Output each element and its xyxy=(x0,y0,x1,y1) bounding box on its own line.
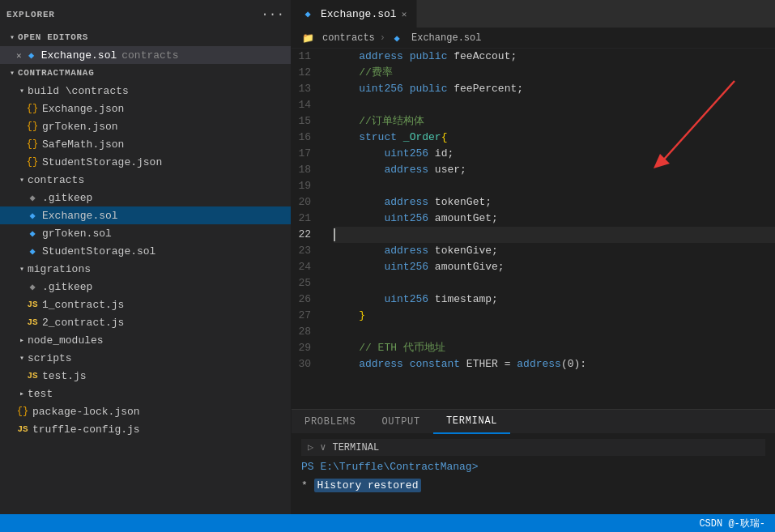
breadcrumb-contracts[interactable]: contracts xyxy=(322,32,375,44)
open-editors-chevron xyxy=(6,32,18,43)
studentstorage-json-label: StudentStorage.json xyxy=(42,156,162,168)
code-line-21: uint256 amountGet; xyxy=(334,211,775,227)
close-icon[interactable]: ✕ xyxy=(16,50,22,61)
line-numbers: 11 12 13 14 15 16 17 18 19 20 21 22 23 2… xyxy=(292,49,327,409)
terminal-history-line: * History restored xyxy=(301,478,765,493)
ln-18: 18 xyxy=(292,162,319,178)
terminal-section-header: ▷ ∨ TERMINAL xyxy=(301,439,765,456)
migrations-folder[interactable]: migrations xyxy=(0,260,291,278)
js-icon-truffle: JS xyxy=(16,423,29,436)
explorer-header: EXPLORER ··· xyxy=(0,0,291,28)
studentstorage-sol-file[interactable]: ◆ StudentStorage.sol xyxy=(0,242,291,260)
exchange-sol-label: Exchange.sol xyxy=(42,210,118,222)
sol-icon: ◆ xyxy=(26,209,39,222)
breadcrumb-file[interactable]: Exchange.sol xyxy=(411,32,481,44)
breadcrumb-sol-icon: ◆ xyxy=(390,32,403,45)
gitkeep-1-file[interactable]: ◆ .gitkeep xyxy=(0,189,291,206)
terminal-history-text: History restored xyxy=(314,479,422,492)
ln-29: 29 xyxy=(292,340,319,356)
1-contract-js-label: 1_contract.js xyxy=(42,299,124,311)
ln-23: 23 xyxy=(292,243,319,259)
grtoken-json-label: grToken.json xyxy=(42,121,118,133)
ln-15: 15 xyxy=(292,113,319,130)
code-line-11: address public feeAccout; xyxy=(334,49,775,65)
tab-bar: ◆ Exchange.sol ✕ xyxy=(292,0,775,28)
tab-close-icon[interactable]: ✕ xyxy=(402,9,407,19)
grtoken-json-file[interactable]: {} grToken.json xyxy=(0,117,291,135)
open-editors-title: OPEN EDITORS xyxy=(18,32,88,42)
code-line-18: address user; xyxy=(334,162,775,178)
scripts-folder[interactable]: scripts xyxy=(0,349,291,367)
build-contracts-folder[interactable]: build \contracts xyxy=(0,82,291,100)
open-editor-file[interactable]: ✕ ◆ Exchange.sol contracts xyxy=(0,46,291,64)
code-line-13: uint256 public feePercent; xyxy=(334,81,775,97)
explorer-title: EXPLORER xyxy=(6,10,55,19)
ln-14: 14 xyxy=(292,97,319,113)
breadcrumb-sep: › xyxy=(380,32,385,44)
code-line-17: uint256 id; xyxy=(334,146,775,162)
contractmanag-section[interactable]: CONTRACTMANAG xyxy=(0,64,291,82)
gitkeep-2-file[interactable]: ◆ .gitkeep xyxy=(0,278,291,296)
js-icon-1: JS xyxy=(26,298,39,311)
grtoken-sol-file[interactable]: ◆ grToken.sol xyxy=(0,224,291,242)
open-file-context: contracts xyxy=(121,49,178,62)
open-file-name: Exchange.sol xyxy=(41,49,117,62)
json-icon: {} xyxy=(26,155,39,168)
code-view[interactable]: 11 12 13 14 15 16 17 18 19 20 21 22 23 2… xyxy=(292,49,775,409)
tab-sol-icon: ◆ xyxy=(301,7,314,20)
exchange-json-file[interactable]: {} Exchange.json xyxy=(0,100,291,117)
test-js-file[interactable]: JS test.js xyxy=(0,367,291,385)
code-line-25 xyxy=(334,275,775,292)
safemath-json-file[interactable]: {} SafeMath.json xyxy=(0,135,291,153)
2-contract-js-label: 2_contract.js xyxy=(42,317,124,329)
status-bar: CSDN @-耿瑞- xyxy=(0,514,775,532)
truffle-config-file[interactable]: JS truffle-config.js xyxy=(0,420,291,438)
exchange-sol-file[interactable]: ◆ Exchange.sol xyxy=(0,206,291,224)
code-line-19 xyxy=(334,178,775,194)
node-modules-folder[interactable]: node_modules xyxy=(0,331,291,349)
tab-exchange-sol[interactable]: ◆ Exchange.sol ✕ xyxy=(292,0,417,28)
test-folder[interactable]: test xyxy=(0,385,291,402)
code-line-12: //费率 xyxy=(334,65,775,81)
code-line-20: address tokenGet; xyxy=(334,194,775,211)
node-modules-chevron xyxy=(16,334,28,346)
open-editors-section[interactable]: OPEN EDITORS xyxy=(0,28,291,46)
code-line-22 xyxy=(334,227,775,243)
scripts-folder-label: scripts xyxy=(28,352,72,364)
studentstorage-json-file[interactable]: {} StudentStorage.json xyxy=(0,153,291,171)
tab-output[interactable]: OUTPUT xyxy=(368,410,433,434)
ln-11: 11 xyxy=(292,49,319,65)
1-contract-js-file[interactable]: JS 1_contract.js xyxy=(0,296,291,313)
json-icon: {} xyxy=(26,120,39,133)
tab-problems[interactable]: PROBLEMS xyxy=(292,410,368,434)
js-icon-3: JS xyxy=(26,369,39,382)
ln-16: 16 xyxy=(292,130,319,146)
gitkeep-2-label: .gitkeep xyxy=(42,281,92,293)
terminal-section-label: TERMINAL xyxy=(332,442,379,453)
code-lines: address public feeAccout; //费率 uint256 p… xyxy=(327,49,775,409)
explorer-more-icon[interactable]: ··· xyxy=(261,7,284,22)
2-contract-js-file[interactable]: JS 2_contract.js xyxy=(0,313,291,331)
build-contracts-chevron xyxy=(16,85,28,96)
ln-17: 17 xyxy=(292,146,319,162)
sol-icon: ◆ xyxy=(25,49,38,62)
code-line-26: uint256 timestamp; xyxy=(334,292,775,308)
safemath-json-label: SafeMath.json xyxy=(42,138,124,151)
tab-terminal[interactable]: TERMINAL xyxy=(433,410,510,434)
ln-24: 24 xyxy=(292,259,319,275)
json-icon-pkg: {} xyxy=(16,405,29,418)
status-right-text: CSDN @-耿瑞- xyxy=(699,517,765,530)
ln-25: 25 xyxy=(292,275,319,292)
migrations-chevron xyxy=(16,263,28,275)
app-container: EXPLORER ··· OPEN EDITORS ✕ ◆ Exchange.s… xyxy=(0,0,775,532)
contractmanag-title: CONTRACTMANAG xyxy=(18,68,94,78)
contracts-chevron xyxy=(16,174,28,185)
package-lock-file[interactable]: {} package-lock.json xyxy=(0,402,291,420)
breadcrumb: 📁 contracts › ◆ Exchange.sol xyxy=(292,28,775,49)
contracts-folder-label: contracts xyxy=(28,174,84,186)
build-contracts-label: build \contracts xyxy=(28,85,129,97)
contractmanag-chevron xyxy=(6,67,18,79)
gitkeep-icon-2: ◆ xyxy=(26,280,39,293)
code-line-29: // ETH 代币地址 xyxy=(334,340,775,356)
contracts-folder[interactable]: contracts xyxy=(0,171,291,189)
